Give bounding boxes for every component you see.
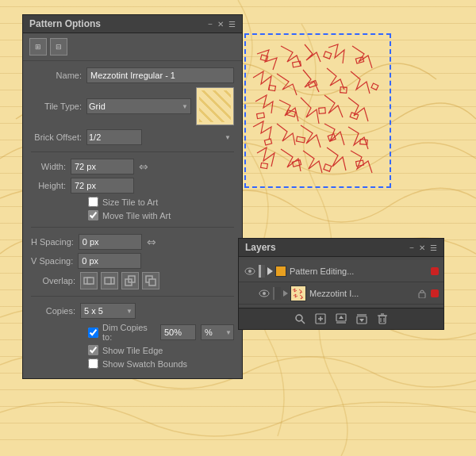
svg-rect-26 [324, 164, 332, 171]
link-spacing-icon[interactable]: ⇔ [147, 236, 156, 248]
list-view-button[interactable]: ⊟ [50, 38, 67, 56]
layers-minimize-button[interactable]: − [409, 243, 414, 252]
titlebar-controls: − ✕ ☰ [208, 20, 236, 29]
pattern-art [249, 38, 388, 185]
svg-rect-15 [371, 83, 378, 90]
tile-type-select[interactable]: Grid Brick by Row Brick by Column Hex by… [86, 98, 191, 114]
v-spacing-row: V Spacing: [31, 253, 234, 269]
layers-list: Pattern Editing... [239, 257, 443, 308]
move-tile-checkbox[interactable] [88, 210, 98, 220]
copies-label: Copies: [31, 306, 80, 316]
svg-point-31 [263, 292, 266, 295]
show-tile-edge-checkbox[interactable] [88, 345, 98, 355]
grid-view-button[interactable]: ⊞ [29, 38, 47, 56]
svg-rect-3 [105, 278, 111, 284]
name-label: Name: [31, 71, 86, 80]
svg-rect-33 [419, 293, 425, 298]
dim-value-input[interactable] [160, 324, 196, 340]
svg-rect-1 [87, 278, 94, 284]
tile-type-select-wrap: Grid Brick by Row Brick by Column Hex by… [86, 98, 191, 114]
width-label: Width: [31, 162, 71, 171]
tile-preview [196, 87, 234, 125]
layers-panel: Layers − ✕ ☰ Pattern Editing... [238, 238, 444, 330]
panel-title: Pattern Options [29, 18, 101, 29]
divider-1 [31, 151, 234, 152]
move-tile-row: Move Tile with Art [31, 210, 234, 220]
layer-visibility-icon[interactable] [244, 265, 256, 278]
svg-point-29 [248, 270, 251, 273]
brick-offset-select-wrap: 1/2 1/3 1/4 ▼ [86, 129, 234, 145]
svg-rect-20 [264, 139, 271, 145]
name-row: Name: [31, 67, 234, 83]
divider-3 [31, 296, 234, 297]
layers-move-up-button[interactable] [334, 312, 348, 326]
panel-toolbar: ⊞ ⊟ [23, 33, 242, 61]
copies-select-wrap: 5 x 5 3 x 3 7 x 7 ▼ [80, 303, 136, 319]
brick-offset-select[interactable]: 1/2 1/3 1/4 [86, 129, 142, 145]
copies-select[interactable]: 5 x 5 3 x 3 7 x 7 [80, 303, 136, 319]
overlap-icon-3[interactable] [121, 272, 139, 289]
layers-footer [239, 308, 443, 329]
layers-menu-icon[interactable]: ☰ [430, 243, 437, 252]
height-input[interactable] [71, 178, 134, 194]
overlap-icon-2[interactable] [101, 272, 118, 289]
minimize-button[interactable]: − [208, 20, 213, 29]
dim-copies-checkbox[interactable] [88, 328, 98, 338]
layers-title: Layers [245, 242, 276, 253]
brick-offset-row: Brick Offset: 1/2 1/3 1/4 ▼ [31, 129, 234, 145]
size-tile-row: Size Tile to Art [31, 197, 234, 207]
layer-item[interactable]: Pattern Editing... [239, 260, 443, 282]
overlap-label: Overlap: [31, 276, 80, 285]
h-spacing-input[interactable] [79, 234, 142, 250]
svg-marker-43 [359, 319, 364, 322]
svg-rect-24 [261, 163, 268, 168]
layers-move-down-button[interactable] [355, 312, 369, 326]
v-spacing-label: V Spacing: [31, 256, 78, 266]
size-tile-label: Size Tile to Art [102, 197, 158, 207]
size-tile-checkbox[interactable] [88, 197, 98, 207]
layer-item[interactable]: Mezzotint I... [239, 282, 443, 305]
svg-rect-7 [149, 279, 155, 285]
width-input[interactable] [71, 159, 134, 174]
layer-expand-icon[interactable] [283, 290, 288, 297]
svg-line-35 [301, 320, 305, 324]
show-tile-edge-row: Show Tile Edge [31, 345, 234, 355]
svg-rect-45 [379, 316, 386, 324]
overlap-icons [80, 272, 159, 289]
name-input[interactable] [86, 67, 234, 83]
layer-active-indicator-2 [431, 289, 439, 297]
link-size-icon[interactable]: ⇔ [139, 160, 148, 173]
move-tile-label: Move Tile with Art [102, 211, 171, 220]
layer-color-indicator [275, 266, 286, 277]
expand-icon[interactable] [267, 267, 273, 275]
layer-name-2: Mezzotint I... [309, 289, 416, 298]
close-button[interactable]: ✕ [217, 20, 224, 29]
panel-body: Name: Tile Type: Grid Brick by Row Brick… [23, 61, 242, 378]
dim-unit-select-wrap: % ▼ [201, 324, 234, 340]
dim-unit-select[interactable]: % [201, 324, 234, 340]
brick-offset-arrow-icon: ▼ [225, 134, 231, 141]
layers-titlebar: Layers − ✕ ☰ [239, 239, 443, 257]
layer-visibility-icon-2[interactable] [258, 287, 271, 300]
show-swatch-bounds-checkbox[interactable] [88, 358, 98, 369]
v-spacing-input[interactable] [78, 253, 141, 269]
layers-search-button[interactable] [293, 312, 307, 326]
svg-rect-32 [291, 286, 306, 301]
dim-value-select-wrap [157, 324, 199, 340]
tile-type-label: Tile Type: [31, 102, 86, 111]
menu-icon[interactable]: ☰ [228, 20, 236, 29]
layers-delete-button[interactable] [375, 312, 390, 326]
tile-preview-image [199, 90, 231, 122]
width-row: Width: ⇔ [31, 159, 234, 174]
height-label: Height: [31, 181, 71, 190]
layer-indent [259, 265, 265, 278]
layer-lock-icon-2[interactable] [416, 288, 428, 299]
layer-thumbnail [290, 285, 306, 301]
layer-lock-icon[interactable] [416, 266, 428, 277]
overlap-icon-4[interactable] [142, 272, 159, 289]
overlap-icon-1[interactable] [80, 272, 98, 289]
pattern-options-panel: Pattern Options − ✕ ☰ ⊞ ⊟ Name: Tile Typ… [22, 14, 243, 379]
layers-close-button[interactable]: ✕ [419, 243, 425, 252]
h-spacing-row: H Spacing: ⇔ [31, 234, 234, 250]
layers-new-button[interactable] [313, 312, 328, 326]
